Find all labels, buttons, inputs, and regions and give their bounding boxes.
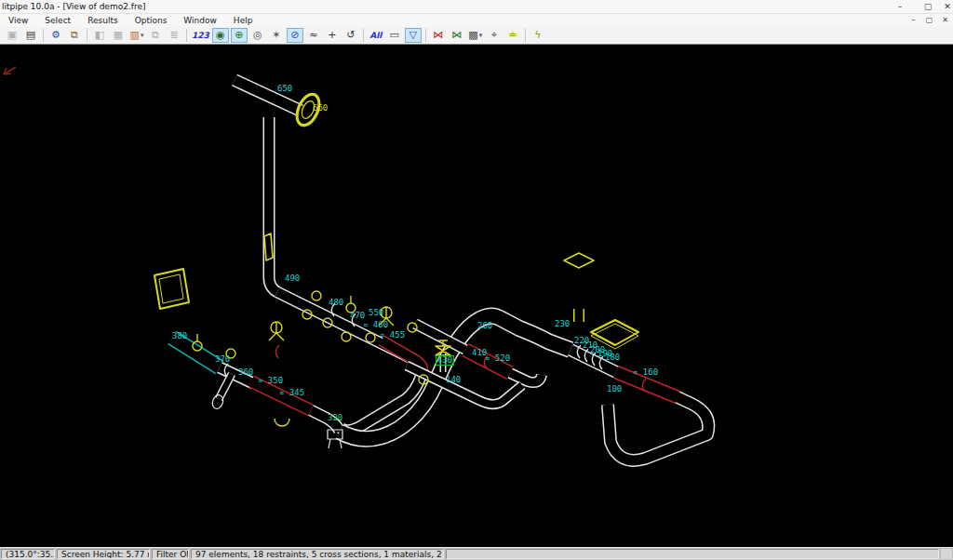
solid-render-dropdown-icon[interactable]: ▾ — [479, 32, 483, 39]
save-button[interactable]: ▣ — [4, 28, 20, 43]
xml-export-icon: ▥ — [130, 29, 140, 42]
node-label-650: 650 — [277, 85, 292, 93]
show-restraints-icon: ◉ — [216, 29, 225, 42]
ladder-button[interactable]: ≣ — [166, 28, 182, 43]
node-label-490: 490 — [285, 274, 300, 283]
view-angles-panel: (315.0°:35.3°) — [1, 549, 55, 559]
rotate-view-button[interactable]: ↺ — [342, 28, 359, 43]
select-all-button[interactable]: All — [368, 28, 384, 43]
show-jacks-button[interactable]: ✶ — [268, 28, 285, 43]
node-label-180: 180 — [605, 353, 620, 362]
node-numbers-button[interactable]: 123 — [191, 28, 210, 43]
node-label-430: 430 — [436, 355, 454, 366]
filter-status-panel: Filter ON — [152, 549, 189, 559]
show-sections-button[interactable]: ◎ — [249, 28, 266, 43]
menu-options[interactable]: Options — [127, 14, 176, 27]
select-all-icon: All — [369, 29, 382, 42]
menu-window[interactable]: Window — [175, 14, 225, 27]
show-restraints-button[interactable]: ◉ — [212, 28, 229, 43]
close-button[interactable]: ✕ — [942, 0, 953, 14]
node-label-140: 140 — [446, 376, 461, 384]
show-bends-button[interactable]: ≈ — [305, 28, 322, 43]
print-icon: ▤ — [26, 29, 35, 42]
pan-view-button[interactable]: + — [324, 28, 341, 43]
node-label-345: ¤ 345 — [279, 389, 304, 397]
pages-report-icon: ⧉ — [152, 29, 159, 42]
model-tools-button[interactable]: ⚙ — [47, 28, 64, 43]
recalculate-icon: ϟ — [534, 29, 541, 42]
resize-grip[interactable] — [941, 549, 952, 559]
toolbar-separator — [87, 29, 87, 42]
toolbar-separator — [525, 29, 526, 42]
menu-results[interactable]: Results — [79, 14, 127, 27]
show-bends-icon: ≈ — [309, 29, 317, 42]
menu-help[interactable]: Help — [225, 14, 262, 27]
copy-model-button[interactable]: ⧉ — [66, 28, 83, 43]
mdi-restore-button[interactable]: ▢ — [921, 14, 937, 27]
print-button[interactable]: ▤ — [22, 28, 39, 43]
axes-display-button[interactable]: ⌖ — [486, 28, 503, 43]
valve-modify-icon: ⋈ — [451, 29, 462, 42]
axes-display-icon: ⌖ — [491, 29, 497, 42]
xml-export-dropdown-icon[interactable]: ▾ — [141, 32, 144, 39]
show-pipes-button[interactable]: ⊘ — [287, 28, 303, 43]
toolbar-separator — [425, 29, 426, 42]
piping-viewport[interactable]: 650660490480470550¤ 460¤ 455380370360¤ 3… — [0, 45, 953, 547]
valve-modify-button[interactable]: ⋈ — [449, 28, 465, 43]
app-window: litpipe 10.0a - [View of demo2.fre] – ▢ … — [0, 0, 953, 560]
toolbar-separator — [363, 29, 364, 42]
toolbar-separator — [43, 29, 44, 42]
node-label-455: ¤ 455 — [380, 331, 405, 340]
coin-report-button[interactable]: ◧ — [91, 28, 108, 43]
valve-insert-icon: ⋈ — [433, 29, 443, 42]
pan-view-icon: + — [328, 29, 336, 42]
mdi-close-button[interactable]: ✕ — [937, 14, 953, 27]
window-title: litpipe 10.0a - [View of demo2.fre] — [0, 2, 145, 11]
title-bar: litpipe 10.0a - [View of demo2.fre] – ▢ … — [0, 0, 953, 14]
window-select-button[interactable]: ▭ — [386, 28, 403, 43]
node-label-520: ¤ 520 — [485, 354, 510, 363]
show-sections-icon: ◎ — [253, 29, 262, 42]
node-label-230: 230 — [555, 320, 570, 328]
menu-select[interactable]: Select — [36, 14, 79, 27]
node-label-460: ¤ 460 — [363, 321, 388, 329]
show-pipes-icon: ⊘ — [290, 29, 299, 42]
model-tools-icon: ⚙ — [51, 29, 60, 42]
node-label-480: 480 — [329, 299, 343, 307]
table-report-icon: ▦ — [114, 29, 123, 42]
mdi-controls: –▢✕ — [906, 14, 953, 27]
menu-view[interactable]: View — [0, 14, 36, 27]
filter-button[interactable]: ▽ — [405, 28, 422, 43]
filter-icon: ▽ — [409, 29, 417, 42]
solid-render-icon: ▩ — [468, 29, 477, 42]
copy-model-icon: ⧉ — [71, 29, 78, 42]
ladder-icon: ≣ — [169, 29, 178, 42]
node-label-380: 380 — [172, 332, 187, 340]
node-label-370: 370 — [215, 355, 230, 364]
node-label-470: 470 — [350, 312, 365, 320]
valve-insert-button[interactable]: ⋈ — [430, 28, 447, 43]
solid-render-button[interactable]: ▩▾ — [467, 28, 484, 43]
dimensions-icon: ≐ — [508, 29, 517, 42]
node-label-100: 100 — [607, 385, 622, 393]
recalculate-button[interactable]: ϟ — [530, 28, 546, 43]
table-report-button[interactable]: ▦ — [110, 28, 127, 43]
status-bar: (315.0°:35.3°) Screen Height: 5.77 m Fil… — [0, 547, 953, 560]
status-empty-panel — [446, 549, 939, 559]
show-nodes-button[interactable]: ⊕ — [231, 28, 248, 43]
minimize-button[interactable]: – — [886, 0, 914, 14]
node-label-350: ¤ 350 — [258, 377, 283, 385]
maximize-button[interactable]: ▢ — [914, 0, 942, 14]
menu-bar: ViewSelectResultsOptionsWindowHelp –▢✕ — [0, 14, 953, 27]
mdi-minimize-button[interactable]: – — [906, 14, 921, 27]
node-label-660: 660 — [313, 104, 328, 113]
pages-report-button[interactable]: ⧉ — [147, 28, 164, 43]
node-numbers-icon: 123 — [192, 29, 209, 42]
node-label-320: 320 — [328, 414, 342, 422]
coin-report-icon: ◧ — [95, 29, 104, 42]
toolbar: ▣▤⚙⧉◧▦▥▾⧉≣123◉⊕◎✶⊘≈+↺All▭▽⋈⋈▩▾⌖≐ϟ — [0, 27, 953, 45]
xml-export-button[interactable]: ▥▾ — [128, 28, 145, 43]
window-select-icon: ▭ — [390, 29, 399, 42]
dimensions-button[interactable]: ≐ — [504, 28, 521, 43]
node-label-260: 260 — [477, 322, 492, 330]
